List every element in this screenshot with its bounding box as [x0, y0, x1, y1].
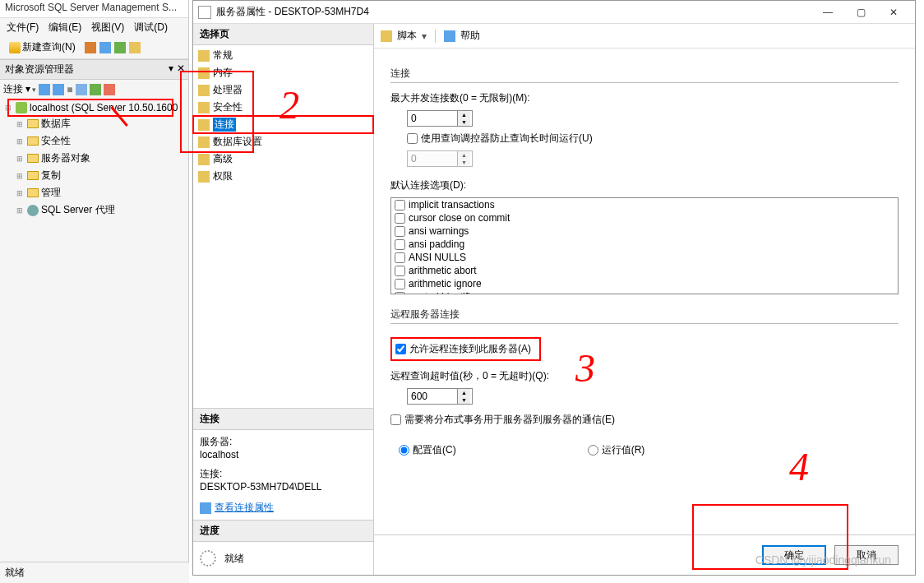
connect-toolbar: 连接 ▾ ■ — [0, 80, 188, 99]
page-connections[interactable]: 连接 — [193, 116, 373, 133]
connection-section-header: 连接 — [193, 409, 373, 430]
toolbar-icon[interactable] — [114, 42, 126, 53]
server-node[interactable]: ⊟ localhost (SQL Server 10.50.1600 — [2, 100, 187, 115]
opt-checkbox[interactable] — [395, 213, 405, 224]
opt-checkbox[interactable] — [395, 266, 405, 276]
opt-checkbox[interactable] — [395, 200, 405, 211]
close-button[interactable]: ✕ — [877, 2, 910, 23]
refresh-icon[interactable] — [90, 84, 101, 95]
allow-remote-label: 允许远程连接到此服务器(A) — [409, 342, 531, 356]
require-dtc-checkbox[interactable] — [390, 414, 401, 425]
dialog-title: 服务器属性 - DESKTOP-53MH7D4 — [216, 5, 369, 19]
server-properties-dialog: 服务器属性 - DESKTOP-53MH7D4 — ▢ ✕ 选择页 常规 内存 … — [192, 0, 916, 576]
ok-button[interactable]: 确定 — [762, 545, 826, 565]
page-permissions[interactable]: 权限 — [193, 168, 373, 185]
new-query-icon — [9, 42, 21, 53]
dialog-toolbar: 脚本 ▾ 帮助 — [374, 24, 915, 49]
group-connections: 连接 — [390, 67, 899, 83]
view-connection-properties-link[interactable]: 查看连接属性 — [215, 501, 274, 515]
toolbar-icon[interactable] — [85, 42, 96, 53]
page-advanced[interactable]: 高级 — [193, 150, 373, 168]
toolbar-icon[interactable] — [39, 84, 50, 95]
folder-icon — [27, 136, 39, 146]
tree-node-agent[interactable]: ⊞SQL Server 代理 — [13, 201, 187, 219]
page-memory[interactable]: 内存 — [193, 64, 373, 81]
page-icon — [198, 85, 210, 96]
spin-up[interactable]: ▲ — [457, 389, 470, 396]
page-list[interactable]: 常规 内存 处理器 安全性 连接 数据库设置 高级 权限 — [193, 45, 373, 187]
page-database-settings[interactable]: 数据库设置 — [193, 133, 373, 150]
menu-edit[interactable]: 编辑(E) — [45, 20, 85, 35]
server-icon — [16, 102, 27, 113]
object-explorer-tree[interactable]: ⊟ localhost (SQL Server 10.50.1600 ⊞数据库 … — [0, 99, 188, 220]
spin-up[interactable]: ▲ — [457, 111, 470, 118]
cancel-button[interactable]: 取消 — [834, 545, 899, 565]
page-icon — [198, 50, 210, 62]
opt-checkbox[interactable] — [395, 252, 405, 263]
object-explorer-header: 对象资源管理器 ▾ ✕ — [0, 59, 188, 80]
run-value-radio[interactable]: 运行值(R) — [588, 443, 645, 457]
ssms-toolbar: 新建查询(N) — [0, 36, 188, 59]
ssms-menubar[interactable]: 文件(F) 编辑(E) 视图(V) 调试(D) — [0, 18, 188, 36]
stop-icon[interactable] — [104, 84, 115, 95]
dialog-content: 连接 最大并发连接数(0 = 无限制)(M): ▲▼ 使用查询调控器防止查询长时… — [374, 49, 915, 534]
menu-view[interactable]: 视图(V) — [88, 20, 127, 35]
remote-timeout-input[interactable]: ▲▼ — [407, 388, 473, 405]
spin-down[interactable]: ▼ — [457, 118, 470, 126]
progress-section-header: 进度 — [193, 521, 373, 542]
opt-checkbox[interactable] — [395, 239, 405, 250]
folder-icon — [27, 188, 39, 197]
opt-checkbox[interactable] — [395, 279, 405, 289]
page-icon — [198, 136, 210, 148]
ssms-titlebar: Microsoft SQL Server Management S... — [0, 0, 188, 18]
toolbar-icon[interactable] — [99, 42, 111, 53]
opt-checkbox[interactable] — [395, 226, 405, 237]
page-processors[interactable]: 处理器 — [193, 81, 373, 99]
script-icon — [381, 30, 392, 42]
connect-dropdown[interactable]: 连接 ▾ — [3, 82, 36, 96]
dialog-titlebar[interactable]: 服务器属性 - DESKTOP-53MH7D4 — ▢ ✕ — [193, 1, 915, 24]
progress-status: 就绪 — [224, 552, 244, 566]
remote-timeout-label: 远程查询超时值(秒，0 = 无超时)(Q): — [390, 369, 899, 383]
governor-value-input[interactable]: ▲▼ — [407, 150, 473, 167]
filter-icon[interactable] — [76, 84, 87, 95]
toolbar-icon[interactable] — [53, 84, 64, 95]
use-governor-label: 使用查询调控器防止查询长时间运行(U) — [421, 132, 593, 146]
help-button[interactable]: 帮助 — [460, 29, 480, 43]
allow-remote-checkbox[interactable] — [395, 344, 406, 354]
minimize-button[interactable]: — — [811, 2, 844, 23]
properties-icon — [200, 502, 211, 514]
tree-node-security[interactable]: ⊞安全性 — [13, 132, 187, 150]
default-options-listbox[interactable]: implicit transactions cursor close on co… — [390, 197, 899, 294]
page-icon — [198, 67, 210, 79]
toolbar-icon[interactable] — [129, 42, 141, 53]
pin-icon[interactable]: ▾ — [169, 62, 173, 74]
spin-down[interactable]: ▼ — [457, 396, 470, 404]
page-icon — [198, 171, 210, 183]
page-icon — [198, 119, 210, 131]
tree-node-server-objects[interactable]: ⊞服务器对象 — [13, 150, 187, 167]
require-dtc-label: 需要将分布式事务用于服务器到服务器的通信(E) — [404, 413, 615, 427]
tree-node-replication[interactable]: ⊞复制 — [13, 167, 187, 184]
config-value-radio[interactable]: 配置值(C) — [399, 443, 456, 457]
max-connections-input[interactable]: ▲▼ — [407, 110, 473, 127]
menu-file[interactable]: 文件(F) — [3, 20, 42, 35]
menu-debug[interactable]: 调试(D) — [131, 20, 171, 35]
opt-checkbox[interactable] — [395, 292, 405, 295]
dialog-left-panel: 选择页 常规 内存 处理器 安全性 连接 数据库设置 高级 权限 连接 服务器:… — [193, 24, 374, 575]
maximize-button[interactable]: ▢ — [844, 2, 877, 23]
page-security[interactable]: 安全性 — [193, 99, 373, 116]
use-governor-checkbox[interactable] — [407, 133, 418, 144]
new-query-button[interactable]: 新建查询(N) — [3, 38, 81, 57]
page-icon — [198, 154, 210, 165]
tree-node-databases[interactable]: ⊞数据库 — [13, 115, 187, 132]
connection-info: 服务器: localhost 连接: DESKTOP-53MH7D4\DELL … — [193, 430, 373, 520]
progress-spinner-icon — [200, 550, 216, 567]
group-remote: 远程服务器连接 — [390, 308, 899, 324]
ssms-statusbar: 就绪 — [0, 562, 189, 583]
max-connections-label: 最大并发连接数(0 = 无限制)(M): — [390, 91, 899, 105]
page-general[interactable]: 常规 — [193, 47, 373, 64]
script-button[interactable]: 脚本 — [397, 29, 417, 43]
tree-node-management[interactable]: ⊞管理 — [13, 184, 187, 201]
close-icon[interactable]: ✕ — [177, 62, 185, 74]
